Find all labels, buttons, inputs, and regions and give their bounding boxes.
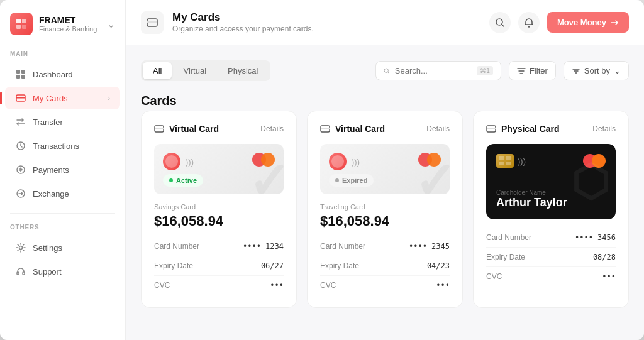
- search-box: ⌘1: [375, 61, 501, 80]
- sidebar-item-transfer[interactable]: Transfer: [5, 111, 120, 133]
- svg-rect-25: [487, 128, 496, 129]
- cards-grid: Virtual Card Details ))): [141, 111, 629, 308]
- card-panel-2: Virtual Card Details ))): [307, 111, 463, 308]
- search-icon: [384, 67, 390, 75]
- expiry-label-3: Expiry Date: [486, 253, 525, 261]
- card-avatar-1: [163, 153, 180, 170]
- svg-rect-17: [147, 21, 157, 23]
- expiry-value-2: 04/23: [427, 261, 450, 270]
- expiry-row-3: Expiry Date 08/28: [486, 248, 616, 267]
- sidebar-item-label: Transfer: [33, 118, 63, 127]
- expiry-row-2: Expiry Date 04/23: [320, 256, 450, 276]
- virtual-card-preview-2: ))) Expired ✓: [320, 144, 450, 194]
- svg-rect-4: [16, 70, 20, 74]
- card-number-label-3: Card Number: [486, 233, 531, 242]
- logo-area: FRAMET Finance & Banking ⌄: [0, 13, 125, 48]
- svg-rect-0: [16, 19, 21, 23]
- sidebar-item-payments[interactable]: Payments: [5, 158, 120, 181]
- sort-button[interactable]: Sort by ⌄: [564, 61, 629, 80]
- card-number-value-2: •••• 2345: [409, 242, 450, 251]
- cvc-label-3: CVC: [486, 272, 502, 281]
- card-chip-area-2: ))): [329, 153, 374, 170]
- details-button-1[interactable]: Details: [260, 124, 284, 133]
- filter-icon: [517, 67, 526, 75]
- card-number-row-2: Card Number •••• 2345: [320, 237, 450, 256]
- others-section-label: OTHERS: [0, 224, 125, 236]
- search-input[interactable]: [395, 66, 472, 75]
- exchange-icon: [15, 188, 26, 199]
- sidebar-item-dashboard[interactable]: Dashboard: [5, 63, 120, 85]
- card-icon-1: [154, 124, 164, 134]
- sidebar-item-exchange[interactable]: Exchange: [5, 182, 120, 205]
- cvc-label-1: CVC: [154, 281, 170, 290]
- tab-virtual[interactable]: Virtual: [173, 62, 216, 79]
- headphone-icon: [15, 266, 26, 277]
- status-dot-1: [169, 178, 173, 182]
- sidebar-item-support[interactable]: Support: [5, 260, 120, 283]
- cvc-row-3: CVC •••: [486, 267, 616, 286]
- svg-rect-7: [21, 75, 25, 79]
- app-name: FRAMET: [39, 15, 107, 25]
- card-icon-3: [486, 124, 496, 134]
- sidebar-item-label: Payments: [33, 165, 69, 175]
- physical-wifi-icon: ))): [518, 156, 526, 166]
- physical-hex-decoration: ⬡: [571, 156, 609, 207]
- notification-icon-button[interactable]: [518, 12, 540, 33]
- sidebar-item-settings[interactable]: Settings: [5, 236, 120, 259]
- filter-bar: All Virtual Physical ⌘1: [141, 60, 629, 81]
- main-section-label: MAIN: [0, 50, 125, 62]
- status-dot-2: [335, 178, 339, 182]
- card-watermark-2: ✓: [414, 156, 450, 194]
- page-icon: [141, 11, 164, 34]
- cvc-label-2: CVC: [320, 281, 336, 290]
- expiry-label-2: Expiry Date: [320, 261, 359, 270]
- sidebar-divider: [10, 213, 115, 214]
- card-panel-header-2: Virtual Card Details: [320, 124, 450, 134]
- svg-point-13: [19, 246, 23, 250]
- svg-rect-21: [155, 128, 164, 129]
- search-shortcut: ⌘1: [477, 66, 493, 75]
- status-badge-2: Expired: [329, 174, 374, 187]
- details-button-3[interactable]: Details: [592, 124, 616, 133]
- card-number-label-1: Card Number: [154, 242, 199, 251]
- move-money-button[interactable]: Move Money: [547, 12, 629, 33]
- details-button-2[interactable]: Details: [426, 124, 450, 133]
- sidebar-item-label: My Cards: [33, 94, 68, 103]
- expiry-label-1: Expiry Date: [154, 261, 193, 270]
- sidebar-item-my-cards[interactable]: My Cards ›: [5, 87, 120, 109]
- card-name-label-1: Savings Card: [154, 203, 284, 211]
- physical-chip-area: ))): [496, 154, 526, 168]
- sidebar-item-transactions[interactable]: Transactions: [5, 134, 120, 157]
- main-content: My Cards Organize and access your paymen…: [126, 0, 644, 340]
- wifi-icon-2: ))): [352, 157, 360, 167]
- card-number-row-1: Card Number •••• 1234: [154, 237, 284, 256]
- expiry-value-1: 06/27: [261, 261, 284, 270]
- topbar: My Cards Organize and access your paymen…: [126, 0, 644, 45]
- card-number-value-1: •••• 1234: [243, 242, 284, 251]
- card-number-value-3: •••• 3456: [575, 233, 616, 242]
- tab-all[interactable]: All: [143, 62, 172, 79]
- svg-rect-5: [21, 70, 25, 74]
- cvc-row-2: CVC •••: [320, 276, 450, 295]
- page-subtitle: Organize and access your payment cards.: [172, 25, 314, 33]
- svg-rect-3: [22, 25, 26, 29]
- content-area: All Virtual Physical ⌘1: [126, 45, 644, 340]
- sidebar-item-label: Exchange: [33, 189, 69, 199]
- gear-icon: [15, 242, 26, 253]
- expiry-row-1: Expiry Date 06/27: [154, 256, 284, 276]
- sidebar-item-label: Transactions: [33, 141, 79, 151]
- cvc-value-2: •••: [436, 281, 450, 290]
- app-name-area: FRAMET Finance & Banking: [39, 15, 107, 33]
- search-icon-button[interactable]: [489, 12, 511, 33]
- filter-button[interactable]: Filter: [509, 61, 556, 80]
- svg-rect-6: [16, 75, 20, 79]
- chevron-down-icon[interactable]: ⌄: [107, 18, 115, 30]
- card-type-label-3: Physical Card: [486, 124, 560, 134]
- tab-physical[interactable]: Physical: [218, 62, 268, 79]
- sidebar-item-label: Support: [33, 267, 62, 277]
- svg-rect-2: [16, 25, 21, 29]
- svg-point-19: [384, 69, 388, 72]
- svg-rect-1: [22, 19, 26, 23]
- svg-rect-14: [17, 272, 19, 275]
- cvc-value-1: •••: [270, 281, 284, 290]
